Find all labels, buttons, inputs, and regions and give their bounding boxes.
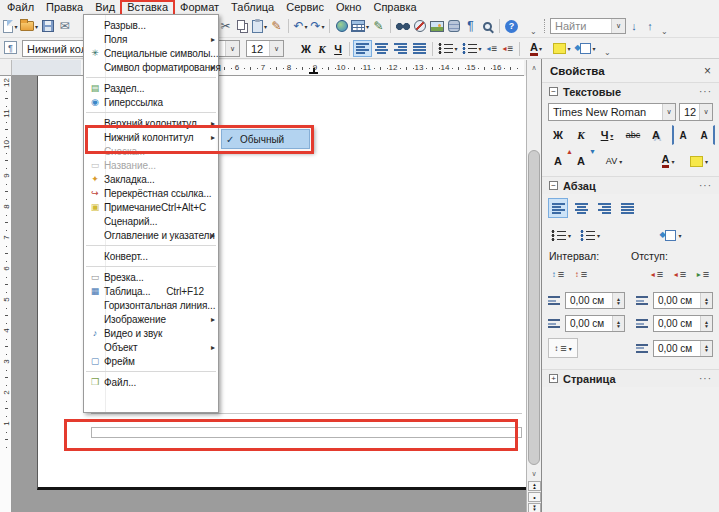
menubar-item-5[interactable]: Таблица <box>225 0 280 15</box>
submenu-item-default[interactable]: ✓ Обычный <box>221 129 310 149</box>
dropdown-arrow-icon[interactable]: ▾ <box>14 23 17 30</box>
menu-item-comment[interactable]: ▣ПримечаниеCtrl+Alt+C <box>84 200 218 214</box>
dropdown-arrow-icon[interactable]: ▾ <box>678 232 681 239</box>
footer-area[interactable] <box>91 427 522 438</box>
menu-item-hyperlink[interactable]: ◉Гиперссылка <box>84 95 218 109</box>
sidebar-shrink-font-button[interactable]: A▼ <box>571 151 591 171</box>
dropdown-arrow-icon[interactable]: ▾ <box>305 23 308 30</box>
menu-item-horizontal-line[interactable]: Горизонтальная линия... <box>84 298 218 312</box>
draw-functions-button[interactable]: ✎ <box>370 17 387 36</box>
navigator-button[interactable] <box>411 17 428 36</box>
sidebar-strikethrough-button[interactable]: abc <box>623 125 643 145</box>
close-icon[interactable]: × <box>704 65 711 77</box>
indent-after-field[interactable]: 0,00 см ▲▼ <box>653 315 713 332</box>
data-sources-button[interactable] <box>445 17 462 36</box>
align-justify-button[interactable] <box>410 40 429 57</box>
spacing-above-button[interactable]: ↕≡ <box>548 264 568 284</box>
menu-item-formatting-mark[interactable]: Символ форматирования▸ <box>84 60 218 74</box>
decrease-indent-button[interactable]: ◂≡ <box>500 40 516 57</box>
sidebar-increase-spacing-button[interactable]: A <box>672 125 692 145</box>
menu-item-object[interactable]: Объект▸ <box>84 340 218 354</box>
hyperlink-globe-button[interactable] <box>333 17 350 36</box>
menubar-item-6[interactable]: Сервис <box>280 0 330 15</box>
section-paragraph[interactable]: − Абзац ··· <box>542 176 719 194</box>
find-toolbar-overflow-icon[interactable]: ⌄ <box>658 27 671 36</box>
menu-item-file[interactable]: ❒Файл... <box>84 375 218 389</box>
sidebar-align-left-button[interactable] <box>548 198 568 218</box>
redo-button[interactable]: ↷▾ <box>309 17 326 36</box>
spacing-above-field[interactable]: 0,00 см ▲▼ <box>565 292 625 309</box>
menu-item-media[interactable]: ♪Видео и звук <box>84 326 218 340</box>
sidebar-italic-button[interactable]: К <box>571 125 591 145</box>
menubar-item-7[interactable]: Окно <box>330 0 368 15</box>
dropdown-arrow-icon[interactable]: ▾ <box>366 23 369 30</box>
spinner-icon[interactable]: ▲▼ <box>612 316 624 331</box>
collapse-icon[interactable]: − <box>549 181 558 190</box>
formatting-marks-button[interactable]: ¶ <box>462 17 479 36</box>
menu-item-floating-frame[interactable]: ▢Фрейм <box>84 354 218 368</box>
dropdown-arrow-icon[interactable]: ▾ <box>567 45 570 52</box>
menu-item-envelope[interactable]: Конверт... <box>84 249 218 263</box>
formatting-toolbar-overflow-icon[interactable]: ⌄ <box>601 48 614 57</box>
menu-item-indexes[interactable]: Оглавление и указатели▸ <box>84 228 218 242</box>
menu-item-table[interactable]: ▦Таблица...Ctrl+F12 <box>84 284 218 298</box>
dropdown-arrow-icon[interactable]: ▾ <box>568 232 571 239</box>
dropdown-arrow-icon[interactable]: ▾ <box>610 132 613 139</box>
numbered-list-button[interactable]: ▾ <box>460 40 484 57</box>
zoom-button[interactable] <box>479 17 496 36</box>
section-page[interactable]: + Страница ··· <box>542 369 719 387</box>
more-options-icon[interactable]: ··· <box>699 373 712 384</box>
help-button[interactable] <box>503 17 520 36</box>
menubar-item-2[interactable]: Вид <box>89 0 121 15</box>
spacing-below-field[interactable]: 0,00 см ▲▼ <box>565 315 625 332</box>
menu-item-frame[interactable]: ▭Врезка... <box>84 270 218 284</box>
more-options-icon[interactable]: ··· <box>699 180 712 191</box>
italic-button[interactable]: К <box>314 40 330 57</box>
sidebar-font-name-combo[interactable]: Times New Roman ∨ <box>548 103 676 121</box>
section-character[interactable]: − Текстовые ··· <box>542 82 719 100</box>
spinner-icon[interactable]: ▲▼ <box>700 341 712 356</box>
spacing-below-button[interactable]: ↕≡ <box>571 264 591 284</box>
menu-item-script[interactable]: Сценарий... <box>84 214 218 228</box>
dropdown-arrow-icon[interactable]: ▾ <box>478 45 481 52</box>
spinner-icon[interactable]: ▲▼ <box>700 293 712 308</box>
align-right-button[interactable] <box>391 40 410 57</box>
chevron-down-icon[interactable]: ∨ <box>269 41 283 56</box>
find-next-icon[interactable]: ↓ <box>626 18 642 35</box>
scroll-up-button[interactable]: ∧ <box>526 60 541 76</box>
dropdown-arrow-icon[interactable]: ▾ <box>264 23 267 30</box>
email-button[interactable]: ✉ <box>56 17 73 36</box>
sidebar-kerning-button[interactable]: AV▾ <box>600 151 628 171</box>
menu-item-fields[interactable]: Поля▸ <box>84 32 218 46</box>
scroll-down-button[interactable]: ∨ <box>527 467 541 480</box>
sidebar-align-center-button[interactable] <box>571 198 591 218</box>
menu-item-cross-reference[interactable]: ↪Перекрёстная ссылка... <box>84 186 218 200</box>
dropdown-arrow-icon[interactable]: ▾ <box>592 45 595 52</box>
toolbar-overflow-icon[interactable]: ⌄ <box>527 27 540 36</box>
next-page-button[interactable]: ▼▼ <box>528 503 541 512</box>
undo-button[interactable]: ↶▾ <box>292 17 309 36</box>
menu-item-break[interactable]: Разрыв... <box>84 18 218 32</box>
first-line-indent-field[interactable]: 0,00 см ▲▼ <box>653 340 713 357</box>
paragraph-style-icon[interactable] <box>4 41 17 54</box>
find-replace-button[interactable] <box>394 17 411 36</box>
menu-item-image[interactable]: Изображение▸ <box>84 312 218 326</box>
menubar-item-3[interactable]: Вставка <box>121 0 174 15</box>
toolbar-handle[interactable] <box>544 19 546 33</box>
font-color-button[interactable]: А▾ <box>523 40 549 57</box>
clone-formatting-button[interactable]: ✎ <box>268 17 285 36</box>
dropdown-arrow-icon[interactable]: ▾ <box>705 158 708 165</box>
sidebar-bullet-list-button[interactable]: ▾ <box>548 225 574 245</box>
sidebar-numbered-list-button[interactable]: ▾ <box>577 225 603 245</box>
dropdown-arrow-icon[interactable]: ▾ <box>454 45 457 52</box>
save-button[interactable] <box>39 17 56 36</box>
spinner-icon[interactable]: ▲▼ <box>612 293 624 308</box>
chevron-down-icon[interactable]: ∨ <box>699 104 712 120</box>
sidebar-font-color-button[interactable]: А▾ <box>654 151 682 171</box>
sidebar-align-right-button[interactable] <box>594 198 614 218</box>
new-document-button[interactable]: ▾ <box>2 17 19 36</box>
previous-page-button[interactable]: ▲▲ <box>528 481 541 491</box>
sidebar-shadow-button[interactable]: A <box>646 125 666 145</box>
dropdown-arrow-icon[interactable]: ▾ <box>597 232 600 239</box>
sidebar-font-size-combo[interactable]: 12 ∨ <box>679 103 713 121</box>
